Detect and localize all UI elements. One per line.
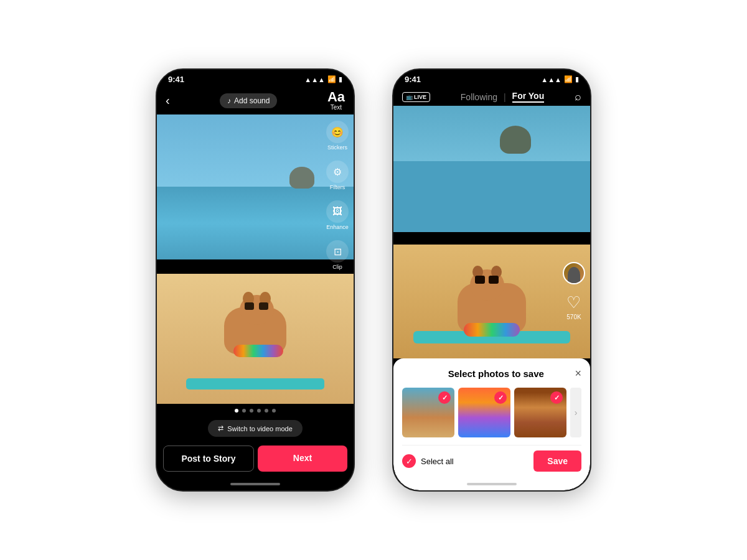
status-icons: ▲▲▲ 📶 ▮ bbox=[304, 75, 342, 83]
rock bbox=[289, 167, 314, 189]
time-display: 9:41 bbox=[168, 75, 184, 84]
text-button[interactable]: Aa Text bbox=[327, 90, 345, 111]
check-2: ✓ bbox=[494, 391, 507, 404]
wifi-icon: 📶 bbox=[327, 75, 336, 83]
time-display-right: 9:41 bbox=[405, 75, 421, 84]
thumbnail-3[interactable]: ✓ bbox=[514, 388, 566, 437]
thumbnail-1[interactable]: ✓ bbox=[402, 388, 454, 437]
live-badge[interactable]: 📺 LIVE bbox=[402, 92, 430, 102]
dog-body-shape bbox=[224, 307, 286, 354]
story-actions: Post to Story Next bbox=[157, 442, 354, 478]
story-tools: 😊 Stickers ⚙ Filters 🖼 Enhance ⊡ Clip bbox=[326, 121, 349, 270]
text-label: Text bbox=[327, 104, 345, 111]
search-button[interactable]: ⌕ bbox=[575, 90, 581, 103]
home-indicator-right bbox=[393, 478, 590, 490]
dot-5 bbox=[265, 409, 268, 413]
tv-icon: 📺 bbox=[406, 94, 413, 100]
music-icon: ♪ bbox=[227, 96, 231, 105]
close-modal-button[interactable]: × bbox=[575, 367, 581, 380]
battery-icon-r: ▮ bbox=[575, 75, 579, 83]
filters-tool[interactable]: ⚙ Filters bbox=[326, 161, 349, 190]
save-button[interactable]: Save bbox=[533, 450, 581, 472]
dog-right bbox=[458, 283, 526, 333]
dog-right-lei bbox=[464, 323, 520, 337]
check-1: ✓ bbox=[438, 391, 451, 404]
status-bar-right: 9:41 ▲▲▲ 📶 ▮ bbox=[393, 70, 590, 86]
signal-icon: ▲▲▲ bbox=[304, 76, 325, 83]
status-bar-left: 9:41 ▲▲▲ 📶 ▮ bbox=[157, 70, 354, 86]
more-thumbnails: › bbox=[570, 388, 581, 437]
select-all-checkbox[interactable]: ✓ bbox=[402, 454, 416, 468]
dog-glasses bbox=[245, 302, 268, 310]
story-content: 😊 Stickers ⚙ Filters 🖼 Enhance ⊡ Clip bbox=[157, 114, 354, 404]
like-button[interactable]: ♡ 570K bbox=[566, 293, 581, 320]
post-to-story-button[interactable]: Post to Story bbox=[163, 446, 254, 472]
enhance-tool[interactable]: 🖼 Enhance bbox=[326, 200, 349, 230]
text-icon: Aa bbox=[327, 90, 345, 104]
back-button[interactable]: ‹ bbox=[166, 93, 170, 108]
stickers-label: Stickers bbox=[327, 144, 347, 151]
nav-separator: | bbox=[504, 92, 506, 102]
left-phone: 9:41 ▲▲▲ 📶 ▮ ‹ ♪ Add sound Aa Text bbox=[156, 68, 355, 492]
stickers-tool[interactable]: 😊 Stickers bbox=[326, 121, 349, 151]
signal-icon-r: ▲▲▲ bbox=[541, 76, 561, 83]
tiktok-header: 📺 LIVE Following | For You ⌕ bbox=[393, 86, 590, 106]
tiktok-actions: ♡ 570K bbox=[563, 262, 585, 320]
stickers-icon: 😊 bbox=[326, 121, 349, 143]
switch-video-wrap: ⇄ Switch to video mode bbox=[157, 418, 354, 442]
dog-lei bbox=[233, 345, 283, 357]
dot-2 bbox=[242, 409, 246, 413]
thumbnail-2[interactable]: ✓ bbox=[458, 388, 510, 437]
enhance-icon: 🖼 bbox=[326, 200, 349, 223]
dog-right-head bbox=[470, 269, 504, 301]
filters-icon: ⚙ bbox=[326, 161, 349, 183]
tiktok-nav: Following | For You bbox=[461, 91, 544, 103]
story-toolbar: ‹ ♪ Add sound Aa Text bbox=[157, 86, 354, 114]
dot-4 bbox=[257, 409, 261, 413]
sea bbox=[157, 187, 354, 259]
select-all-area[interactable]: ✓ Select all bbox=[402, 454, 454, 468]
switch-video-button[interactable]: ⇄ Switch to video mode bbox=[208, 420, 303, 437]
home-bar-right bbox=[467, 483, 517, 485]
dot-3 bbox=[250, 409, 253, 413]
battery-icon: ▮ bbox=[339, 75, 342, 83]
story-editor: ‹ ♪ Add sound Aa Text bbox=[157, 86, 354, 478]
filters-label: Filters bbox=[330, 184, 345, 190]
dot-1 bbox=[235, 409, 238, 413]
beach-photo-right bbox=[393, 106, 590, 358]
like-count: 570K bbox=[566, 314, 581, 320]
check-3: ✓ bbox=[550, 391, 563, 404]
bsr-rock bbox=[500, 126, 531, 154]
towel bbox=[186, 378, 324, 390]
creator-avatar[interactable] bbox=[563, 262, 585, 284]
save-photos-modal: Select photos to save × ✓ ✓ ✓ › bbox=[393, 358, 590, 478]
for-you-tab[interactable]: For You bbox=[512, 91, 545, 103]
avatar-figure bbox=[568, 267, 580, 283]
wifi-icon-r: 📶 bbox=[564, 75, 573, 83]
dog bbox=[212, 286, 299, 360]
select-all-label: Select all bbox=[421, 457, 454, 466]
add-sound-button[interactable]: ♪ Add sound bbox=[220, 93, 277, 108]
tiktok-video-area: ♡ 570K bbox=[393, 106, 590, 358]
clip-label: Clip bbox=[332, 264, 342, 270]
modal-header: Select photos to save × bbox=[402, 367, 581, 380]
modal-footer: ✓ Select all Save bbox=[402, 445, 581, 478]
home-indicator-left bbox=[157, 478, 354, 490]
dot-6 bbox=[272, 409, 276, 413]
enhance-label: Enhance bbox=[326, 224, 349, 230]
home-bar bbox=[230, 483, 280, 485]
photo-dots bbox=[157, 404, 354, 418]
status-icons-right: ▲▲▲ 📶 ▮ bbox=[541, 75, 579, 83]
clip-tool[interactable]: ⊡ Clip bbox=[326, 240, 349, 270]
next-button[interactable]: Next bbox=[258, 446, 347, 472]
heart-icon: ♡ bbox=[566, 293, 581, 312]
modal-title: Select photos to save bbox=[417, 368, 575, 379]
clip-icon: ⊡ bbox=[326, 240, 349, 263]
following-tab[interactable]: Following bbox=[461, 92, 497, 102]
beach-photo bbox=[157, 114, 354, 404]
dog-head bbox=[240, 295, 274, 325]
dog-right-body bbox=[458, 283, 526, 333]
right-phone: 9:41 ▲▲▲ 📶 ▮ 📺 LIVE Following | For You … bbox=[392, 68, 591, 492]
bsr-sea bbox=[393, 161, 590, 232]
dog-right-glasses bbox=[475, 276, 499, 284]
